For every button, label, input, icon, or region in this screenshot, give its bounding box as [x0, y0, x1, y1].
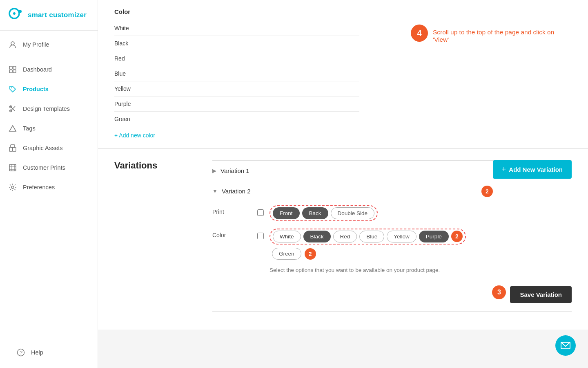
svg-rect-5 — [13, 66, 16, 69]
add-new-variation-button[interactable]: + Add New Variation — [493, 160, 572, 179]
main-content: 4 Scroll up to the top of the page and c… — [98, 0, 588, 368]
color-row-white: White — [114, 21, 359, 36]
option-color-white[interactable]: White — [273, 231, 301, 242]
step-3-save-badge: 3 — [492, 285, 506, 299]
svg-point-3 — [11, 42, 14, 45]
nav-divider-1 — [0, 57, 98, 57]
color-list: White Black Red Blue Yellow Purple — [114, 21, 359, 126]
svg-point-1 — [13, 12, 16, 15]
sidebar-item-help[interactable]: ? Help — [8, 343, 89, 362]
print-field: Print Front Back Double Side — [212, 205, 572, 221]
sidebar-label-tags: Tags — [23, 125, 36, 132]
help-icon: ? — [16, 348, 25, 357]
sidebar-label-preferences: Preferences — [23, 184, 55, 191]
color-label-black: Black — [114, 40, 128, 47]
svg-rect-7 — [13, 70, 16, 73]
add-color-link[interactable]: + Add new color — [114, 126, 155, 140]
variations-title: Variations — [114, 160, 212, 171]
sidebar-item-tags[interactable]: Tags — [0, 119, 98, 138]
color-field: Color White Black Red Blue — [212, 229, 572, 260]
sidebar-label-graphic-assets: Graphic Assets — [23, 145, 63, 151]
variation-2-item: ▼ Variation 2 2 Print — [212, 181, 572, 311]
hint-text: Select the options that you want to be a… — [270, 267, 572, 273]
option-back[interactable]: Back — [302, 207, 328, 219]
color-row-green: Green — [114, 112, 359, 126]
bottom-separator — [212, 311, 572, 312]
color-label-red: Red — [114, 55, 125, 62]
grid-icon — [8, 65, 17, 74]
step-2-variation-badge: 2 — [481, 186, 493, 197]
svg-rect-6 — [9, 70, 12, 73]
scissors-icon — [8, 104, 17, 113]
svg-marker-13 — [9, 126, 16, 131]
plus-icon: + — [502, 165, 506, 174]
sidebar-bottom: ? Help — [0, 337, 98, 368]
print-field-label: Print — [212, 205, 257, 215]
triangle-icon — [8, 124, 17, 133]
color-label-yellow: Yellow — [114, 85, 131, 92]
option-color-green[interactable]: Green — [272, 248, 301, 260]
sidebar-item-products[interactable]: Products — [0, 79, 98, 99]
callout-text: Scroll up to the top of the page and cli… — [433, 25, 555, 43]
step-2-color-badge: 2 — [451, 231, 463, 242]
variation-1-label: Variation 1 — [220, 167, 249, 174]
email-icon — [560, 340, 571, 351]
color-row-yellow: Yellow — [114, 81, 359, 96]
option-color-black[interactable]: Black — [303, 231, 331, 242]
chevron-down-icon: ▼ — [212, 188, 218, 194]
step-4-badge: 4 — [411, 25, 428, 42]
option-color-blue[interactable]: Blue — [359, 231, 384, 242]
svg-rect-4 — [9, 66, 12, 69]
sidebar-item-preferences[interactable]: Preferences — [0, 177, 98, 197]
add-variation-label: Add New Variation — [509, 166, 563, 173]
color-field-label: Color — [212, 229, 257, 238]
option-color-yellow[interactable]: Yellow — [387, 231, 416, 242]
svg-point-22 — [11, 186, 14, 188]
gear-icon — [8, 183, 17, 192]
logo-container[interactable]: smart customizer — [0, 0, 98, 31]
variation-1-header[interactable]: ▶ Variation 1 — [212, 161, 493, 181]
sidebar-item-dashboard[interactable]: Dashboard — [0, 60, 98, 79]
save-variation-button[interactable]: Save Variation — [510, 286, 572, 303]
svg-point-2 — [18, 10, 22, 13]
chat-fab-button[interactable] — [555, 335, 576, 356]
step-2-green-badge: 2 — [305, 248, 316, 260]
option-color-purple[interactable]: Purple — [419, 231, 449, 242]
option-front[interactable]: Front — [273, 207, 300, 219]
sidebar-label-customer-prints: Customer Prints — [23, 164, 65, 171]
color-checkbox[interactable] — [257, 233, 264, 239]
variation-2-body: Print Front Back Double Side — [212, 201, 572, 311]
option-double-side[interactable]: Double Side — [331, 207, 375, 219]
app-name: smart customizer — [28, 11, 87, 19]
variations-container: + Add New Variation ▶ Variation 1 — [212, 160, 572, 312]
sidebar-label-design-templates: Design Templates — [23, 105, 70, 112]
color-row-purple: Purple — [114, 96, 359, 112]
sidebar-label-products: Products — [23, 86, 49, 92]
callout-container: 4 Scroll up to the top of the page and c… — [411, 25, 555, 43]
variations-section: Variations + Add New Variation ▶ Variati… — [98, 149, 588, 330]
option-color-red[interactable]: Red — [333, 231, 357, 242]
color-row-red: Red — [114, 51, 359, 66]
variations-layout: Variations + Add New Variation ▶ Variati… — [98, 160, 588, 318]
sidebar-label-dashboard: Dashboard — [23, 66, 52, 73]
color-options-selection: White Black Red Blue Yellow Purple 2 — [270, 229, 466, 245]
variations-main: + Add New Variation ▶ Variation 1 — [212, 160, 588, 318]
sidebar-item-design-templates[interactable]: Design Templates — [0, 99, 98, 119]
tag-icon — [8, 85, 17, 94]
variation-2-header[interactable]: ▼ Variation 2 — [212, 181, 478, 201]
boxes-icon — [8, 144, 17, 153]
person-icon — [8, 40, 17, 49]
svg-point-8 — [11, 88, 12, 88]
sidebar: smart customizer My Profile — [0, 0, 98, 368]
variation-2-label: Variation 2 — [222, 188, 251, 195]
sidebar-item-customer-prints[interactable]: Customer Prints — [0, 158, 98, 177]
chevron-right-icon: ▶ — [212, 168, 216, 174]
variations-label-col: Variations — [98, 160, 212, 171]
svg-rect-17 — [9, 164, 16, 171]
print-checkbox[interactable] — [257, 209, 264, 216]
sidebar-item-my-profile[interactable]: My Profile — [0, 35, 98, 54]
color-row-blue: Blue — [114, 66, 359, 81]
grid2-icon — [8, 163, 17, 172]
color-label-white: White — [114, 25, 129, 31]
sidebar-item-graphic-assets[interactable]: Graphic Assets — [0, 138, 98, 158]
